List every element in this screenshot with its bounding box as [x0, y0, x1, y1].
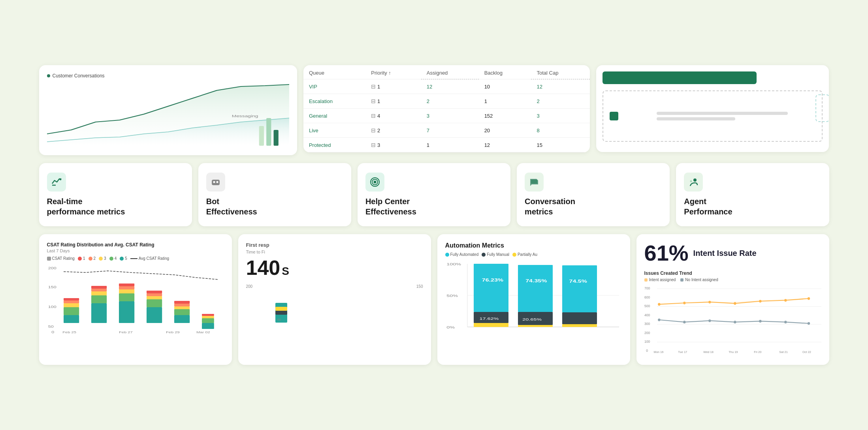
- trend-title: Issues Created Trend: [644, 270, 821, 276]
- y-label: 200: [246, 284, 253, 289]
- partial-color: [512, 253, 516, 257]
- realtime-icon-box: [47, 173, 66, 192]
- svg-point-88: [658, 319, 660, 321]
- helpcenter-card[interactable]: Help CenterEffectiveness: [358, 163, 510, 226]
- gray-line: [657, 112, 788, 115]
- auto-label: Fully Automated: [450, 252, 479, 257]
- helpcenter-icon: [369, 177, 380, 188]
- svg-rect-40: [202, 314, 214, 316]
- svg-rect-36: [174, 301, 190, 304]
- bottom-row: CSAT Rating Distribution and Avg. CSAT R…: [39, 234, 829, 365]
- manual-color: [482, 253, 486, 257]
- automation-title: Automation Metrics: [445, 242, 622, 249]
- svg-text:700: 700: [644, 286, 650, 290]
- queue-backlog: 20: [479, 123, 531, 138]
- tune-icon: ⊟: [371, 142, 376, 148]
- queue-name[interactable]: Protected: [303, 138, 365, 152]
- table-row: VIP ⊟ 1 12 10 12: [303, 79, 590, 94]
- svg-point-82: [683, 302, 685, 304]
- svg-rect-17: [91, 303, 107, 323]
- queue-assigned: 1: [421, 138, 479, 152]
- legend-text: 1: [83, 256, 85, 261]
- queue-priority: ⊟ 3: [365, 138, 421, 152]
- svg-rect-28: [147, 299, 162, 307]
- queue-backlog: 12: [479, 138, 531, 152]
- queue-backlog: 10: [479, 79, 531, 94]
- queue-name[interactable]: VIP: [303, 79, 365, 94]
- svg-rect-21: [91, 286, 107, 289]
- queue-priority: ⊟ 2: [365, 123, 421, 138]
- time-label: Time to Fi: [246, 250, 423, 254]
- svg-point-84: [734, 302, 736, 305]
- svg-point-6: [216, 181, 218, 183]
- svg-text:50: 50: [48, 325, 53, 329]
- svg-rect-25: [119, 286, 134, 289]
- svg-text:0%: 0%: [446, 325, 455, 329]
- svg-rect-67: [562, 324, 597, 327]
- svg-text:Wed 18: Wed 18: [703, 350, 714, 354]
- green-square-icon: [610, 112, 618, 120]
- svg-rect-30: [147, 293, 162, 296]
- table-row: Escalation ⊟ 1 2 1 2: [303, 94, 590, 109]
- agent-performance-card[interactable]: AgentPerformance: [676, 163, 829, 226]
- legend-item: 1: [78, 256, 85, 261]
- conversation-metrics-card[interactable]: Conversationmetrics: [517, 163, 670, 226]
- auto-color: [445, 253, 449, 257]
- queue-name[interactable]: Escalation: [303, 94, 365, 109]
- table-row: General ⊟ 4 3 152 3: [303, 109, 590, 123]
- right-decorative-card: [596, 65, 829, 152]
- svg-rect-55: [474, 264, 508, 312]
- svg-text:0: 0: [646, 349, 648, 353]
- automation-legend: Fully Automated Fully Manual Partially A…: [445, 252, 622, 257]
- conversation-icon: [529, 177, 540, 188]
- tune-icon: ⊟: [371, 83, 376, 90]
- legend-color: [120, 257, 124, 261]
- chart-legend: Customer Conversations: [47, 73, 289, 79]
- queue-assigned: 3: [421, 109, 479, 123]
- table-row: Protected ⊟ 3 1 12 15: [303, 138, 590, 152]
- col-priority[interactable]: Priority ↑: [365, 65, 421, 79]
- bar-segment: [64, 315, 79, 323]
- queue-total: 8: [531, 123, 589, 138]
- svg-rect-31: [147, 291, 162, 293]
- queue-name[interactable]: General: [303, 109, 365, 123]
- legend-text: Avg CSAT Rating: [139, 256, 169, 261]
- svg-point-87: [807, 297, 810, 300]
- first-response-card: First resp Time to Fi 140 S 200 150 60: [238, 234, 431, 365]
- svg-point-86: [784, 299, 787, 302]
- bot-effectiveness-card[interactable]: BotEffectiveness: [198, 163, 351, 226]
- svg-rect-27: [147, 307, 162, 323]
- svg-rect-23: [119, 293, 134, 301]
- svg-point-90: [708, 319, 711, 322]
- queue-name[interactable]: Live: [303, 123, 365, 138]
- svg-rect-38: [202, 318, 214, 323]
- intent-color: [644, 278, 648, 282]
- svg-rect-66: [562, 312, 597, 324]
- queue-total: 15: [531, 138, 589, 152]
- svg-text:20.65%: 20.65%: [522, 317, 542, 321]
- svg-text:200: 200: [644, 331, 650, 335]
- realtime-metrics-card[interactable]: Real-timeperformance metrics: [39, 163, 192, 226]
- avg-line-icon: [130, 258, 137, 259]
- queue-total: 3: [531, 109, 589, 123]
- automation-bar-chart: 100% 50% 0% 76.23% 17.62%: [445, 260, 622, 331]
- svg-text:50%: 50%: [446, 294, 458, 298]
- legend-item: Avg CSAT Rating: [130, 256, 169, 261]
- manual-label: Fully Manual: [487, 252, 509, 257]
- svg-text:Feb 25: Feb 25: [62, 330, 76, 334]
- svg-point-81: [658, 303, 660, 306]
- svg-text:60: 60: [277, 318, 281, 321]
- legend-item: 4: [109, 256, 117, 261]
- conversation-icon-box: [525, 173, 544, 192]
- col-assigned: Assigned: [421, 65, 479, 79]
- svg-text:Fri 20: Fri 20: [754, 350, 761, 354]
- queue-total: 2: [531, 94, 589, 109]
- queue-priority: ⊟ 4: [365, 109, 421, 123]
- legend-item-partial: Partially Au: [512, 252, 537, 257]
- svg-text:Tue 17: Tue 17: [678, 350, 687, 354]
- intent-issue-rate-card: 61% Intent Issue Rate Issues Created Tre…: [636, 234, 829, 365]
- svg-rect-18: [91, 295, 107, 303]
- table-row: Live ⊟ 2 7 20 8: [303, 123, 590, 138]
- svg-text:200: 200: [48, 266, 56, 270]
- svg-rect-57: [474, 323, 508, 327]
